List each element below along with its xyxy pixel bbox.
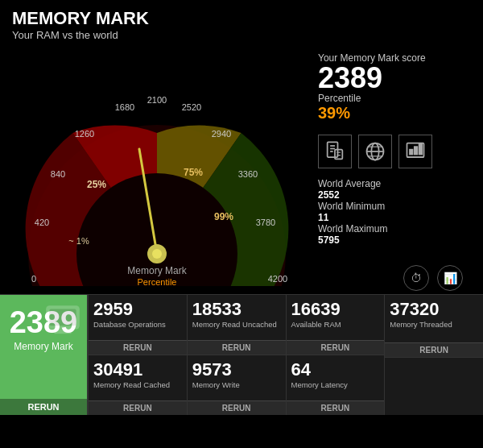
gauge-label-3780: 3780: [256, 218, 275, 227]
card-mem-read-cached: 30491 Memory Read Cached RERUN: [89, 355, 187, 415]
gauge-label-0: 0: [31, 274, 36, 284]
card-mem-latency-number: 64: [291, 359, 380, 380]
card-mem-write-rerun[interactable]: RERUN: [188, 400, 286, 415]
world-max-val: 5795: [318, 234, 475, 246]
page-subtitle: Your RAM vs the world: [12, 29, 471, 41]
gauge-label-2100: 2100: [147, 95, 167, 105]
col-1: 2959 Database Operations RERUN 30491 Mem…: [89, 295, 188, 415]
icon-globe[interactable]: [358, 135, 392, 168]
main-card-icon: [43, 299, 83, 339]
gauge-label-4200: 4200: [268, 274, 287, 284]
right-panel: Your Memory Mark score 2389 Percentile 3…: [306, 44, 475, 294]
svg-rect-18: [415, 147, 418, 154]
gauge-label-420: 420: [35, 218, 49, 227]
stats-icons: [318, 135, 475, 168]
world-min-val: 11: [318, 212, 475, 223]
card-empty: [385, 358, 483, 416]
card-mem-uncached-rerun[interactable]: RERUN: [188, 340, 286, 355]
gauge-label-3360: 3360: [238, 169, 258, 179]
gauge-label-840: 840: [51, 169, 65, 179]
score-value: 2389: [318, 64, 475, 93]
nav-chart-icon[interactable]: 📊: [437, 265, 463, 291]
world-avg-label: World Average: [318, 178, 475, 189]
card-mem-write: 9573 Memory Write RERUN: [188, 355, 286, 415]
icon-doc[interactable]: [318, 135, 352, 168]
gauge-label-2940: 2940: [212, 129, 231, 139]
card-mem-cached-number: 30491: [93, 359, 182, 380]
score-section: Your Memory Mark score 2389 Percentile 3…: [318, 52, 475, 122]
card-mem-cached-name: Memory Read Cached: [93, 380, 182, 400]
bottom-cards: 2389 Memory Mark RERUN 2959 Database Ope…: [0, 294, 483, 415]
header: MEMORY MARK Your RAM vs the world: [0, 0, 483, 44]
card-mem-latency-name: Memory Latency: [291, 380, 380, 400]
needle-hub-inner: [152, 249, 162, 259]
col-4: 37320 Memory Threaded RERUN: [385, 295, 483, 415]
card-db-ops: 2959 Database Operations RERUN: [89, 295, 187, 355]
icon-chart[interactable]: [398, 135, 432, 168]
gauge-bottom-sub: Percentile: [138, 277, 177, 286]
main-card-rerun[interactable]: RERUN: [0, 399, 87, 415]
card-db-ops-name: Database Operations: [93, 320, 182, 340]
gauge-svg: 0 420 840 1260 1680 2100 2520 2940 3360 …: [8, 44, 306, 286]
col-2: 18533 Memory Read Uncached RERUN 9573 Me…: [188, 295, 287, 415]
card-mem-cached-rerun[interactable]: RERUN: [89, 400, 187, 415]
gauge-area: 0 420 840 1260 1680 2100 2520 2940 3360 …: [8, 44, 306, 294]
card-avail-ram-rerun[interactable]: RERUN: [287, 340, 385, 355]
card-avail-ram: 16639 Available RAM RERUN: [287, 295, 385, 355]
card-mem-latency: 64 Memory Latency RERUN: [287, 355, 385, 415]
gauge-bottom-label: Memory Mark: [127, 265, 187, 276]
card-db-ops-number: 2959: [93, 299, 182, 320]
gauge-label-2520: 2520: [182, 102, 201, 112]
card-mem-threaded-rerun[interactable]: RERUN: [385, 342, 483, 357]
card-avail-ram-number: 16639: [291, 299, 380, 320]
card-mem-write-number: 9573: [192, 359, 281, 380]
card-mem-latency-rerun[interactable]: RERUN: [287, 400, 385, 415]
card-mem-threaded-number: 37320: [390, 299, 478, 320]
page-title: MEMORY MARK: [12, 8, 471, 29]
gauge-pct-75: 75%: [184, 167, 203, 178]
world-stats: World Average 2552 World Minimum 11 Worl…: [318, 178, 475, 246]
gauge-pct-1: ~ 1%: [68, 236, 89, 246]
bottom-nav: ⏱ 📊: [318, 262, 475, 294]
card-mem-write-name: Memory Write: [192, 380, 281, 400]
card-mem-uncached-name: Memory Read Uncached: [192, 320, 281, 340]
card-mem-threaded-name: Memory Threaded: [390, 320, 478, 342]
card-mem-threaded: 37320 Memory Threaded RERUN: [385, 295, 483, 358]
main-card-name: Memory Mark: [14, 341, 72, 352]
card-db-ops-rerun[interactable]: RERUN: [89, 340, 187, 355]
gauge-pct-99: 99%: [214, 211, 233, 222]
gauge-label-1680: 1680: [115, 102, 134, 112]
svg-rect-21: [49, 309, 76, 326]
main-area: 0 420 840 1260 1680 2100 2520 2940 3360 …: [0, 44, 483, 294]
main-card: 2389 Memory Mark RERUN: [0, 295, 89, 415]
percentile-value: 39%: [318, 104, 475, 122]
col-3: 16639 Available RAM RERUN 64 Memory Late…: [287, 295, 386, 415]
svg-rect-17: [410, 150, 413, 155]
world-avg-val: 2552: [318, 189, 475, 201]
card-avail-ram-name: Available RAM: [291, 320, 380, 340]
card-mem-uncached: 18533 Memory Read Uncached RERUN: [188, 295, 286, 355]
world-max-label: World Maximum: [318, 223, 475, 234]
nav-clock-icon[interactable]: ⏱: [403, 265, 429, 291]
card-mem-uncached-number: 18533: [192, 299, 281, 320]
gauge-label-1260: 1260: [75, 129, 94, 139]
svg-rect-19: [419, 144, 423, 155]
gauge-pct-25: 25%: [87, 179, 106, 190]
percentile-label: Percentile: [318, 93, 475, 104]
world-min-label: World Minimum: [318, 201, 475, 212]
